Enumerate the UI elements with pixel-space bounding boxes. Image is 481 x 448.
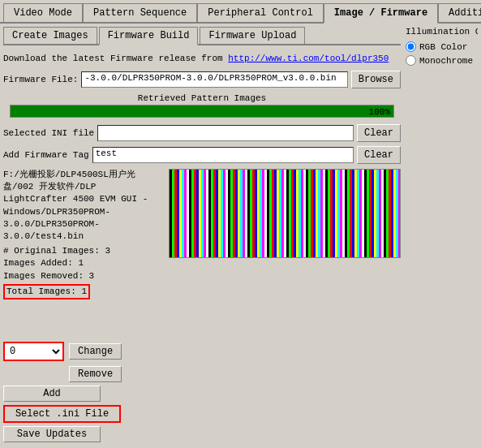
browse-button[interactable]: Browse — [351, 71, 401, 88]
total-images-label: Total Images: 1 — [3, 284, 90, 299]
dropdown-row: 0 Change — [3, 342, 401, 361]
rgb-color-radio[interactable] — [406, 41, 416, 52]
right-panel: Illumination C RGB Color Monochrome — [401, 27, 478, 442]
firmware-file-row: Firmware File: -3.0.0/DLPR350PROM-3.0.0/… — [3, 71, 401, 88]
pattern-stripes — [170, 170, 400, 257]
ini-file-row: Selected INI file Clear — [3, 124, 401, 142]
tab-firmware-build[interactable]: Firmware Build — [99, 27, 199, 45]
total-images-wrapper: Total Images: 1 — [3, 284, 165, 299]
change-button[interactable]: Change — [69, 343, 122, 360]
remove-button[interactable]: Remove — [69, 366, 122, 382]
sub-tab-bar: Create Images Firmware Build Firmware Up… — [3, 27, 401, 45]
remove-row: Remove — [3, 366, 401, 382]
tab-additional-resources[interactable]: Additional Resources — [438, 3, 481, 22]
firmware-label: Firmware File: — [3, 75, 78, 84]
tab-pattern-sequence[interactable]: Pattern Sequence — [83, 3, 197, 22]
ini-file-input[interactable] — [97, 125, 354, 141]
ini-label: Selected INI file — [3, 128, 94, 138]
add-button[interactable]: Add — [3, 386, 101, 402]
download-row: Download the latest Firmware release fro… — [3, 52, 401, 66]
progress-label: 100% — [369, 106, 390, 118]
tab-video-mode[interactable]: Video Mode — [3, 3, 83, 22]
info-path: F:/光栅投影/DLP4500SL用户光盘/002 开发软件/DLP Light… — [3, 169, 165, 243]
progress-bar — [11, 106, 393, 117]
info-area: F:/光栅投影/DLP4500SL用户光盘/002 开发软件/DLP Light… — [3, 169, 401, 336]
main-content: Create Images Firmware Build Firmware Up… — [0, 24, 481, 446]
monochrome-option[interactable]: Monochrome — [406, 55, 478, 66]
select-ini-button[interactable]: Select .ini File — [3, 405, 121, 423]
illumination-title: Illumination C — [406, 27, 478, 37]
firmware-file-input[interactable]: -3.0.0/DLPR350PROM-3.0.0/DLPR350PROM_v3.… — [81, 71, 347, 88]
bottom-controls: 0 Change Remove Add Select .ini File Sav… — [3, 342, 401, 442]
monochrome-label: Monochrome — [419, 56, 473, 66]
tab-create-images[interactable]: Create Images — [3, 27, 97, 44]
rgb-color-option[interactable]: RGB Color — [406, 41, 478, 52]
left-panel: Create Images Firmware Build Firmware Up… — [3, 27, 401, 442]
monochrome-radio[interactable] — [406, 55, 416, 66]
info-stats: # Original Images: 3 Images Added: 1 Ima… — [3, 245, 165, 282]
pattern-preview — [169, 169, 401, 258]
color-radio-group: RGB Color Monochrome — [406, 41, 478, 66]
image-select-dropdown[interactable]: 0 — [3, 342, 64, 361]
tag-label: Add Firmware Tag — [3, 150, 89, 160]
tag-input[interactable]: test — [92, 147, 354, 163]
progress-container: 100% — [10, 105, 394, 118]
retrieved-label: Retrieved Pattern Images — [3, 93, 401, 103]
tab-peripheral-control[interactable]: Peripheral Control — [197, 3, 324, 22]
clear-ini-button[interactable]: Clear — [357, 124, 401, 142]
top-tab-bar: Video Mode Pattern Sequence Peripheral C… — [0, 0, 481, 24]
clear-tag-button[interactable]: Clear — [357, 146, 401, 164]
rgb-color-label: RGB Color — [419, 42, 467, 52]
tag-row: Add Firmware Tag test Clear — [3, 146, 401, 164]
tab-firmware-upload[interactable]: Firmware Upload — [200, 27, 305, 44]
save-updates-button[interactable]: Save Updates — [3, 426, 101, 442]
info-text-panel: F:/光栅投影/DLP4500SL用户光盘/002 开发软件/DLP Light… — [3, 169, 165, 336]
tab-image-firmware[interactable]: Image / Firmware — [324, 3, 438, 24]
download-link[interactable]: http://www.ti.com/tool/dlpr350 — [228, 54, 389, 63]
download-text: Download the latest Firmware release fro… — [3, 54, 228, 63]
